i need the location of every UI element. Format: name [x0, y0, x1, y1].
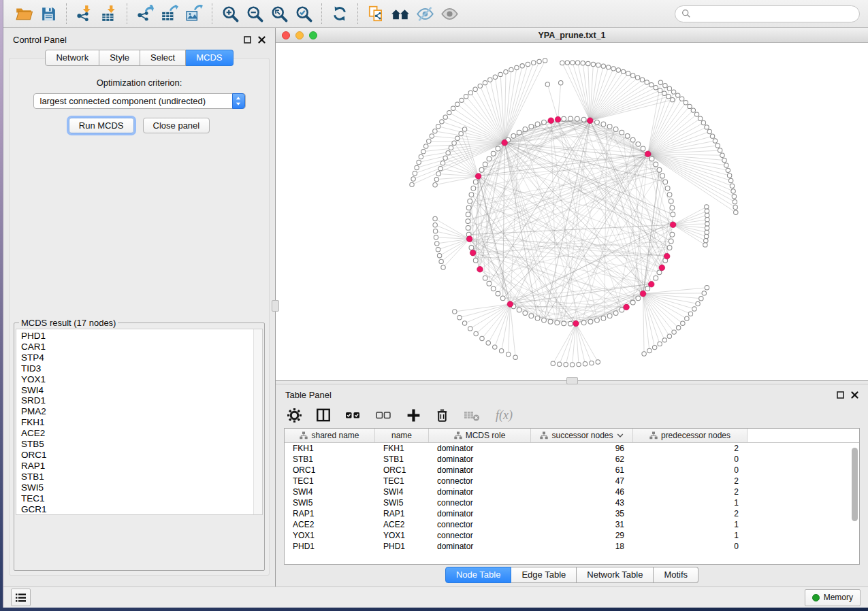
tab-style[interactable]: Style — [99, 50, 140, 66]
refresh-button[interactable] — [327, 3, 352, 24]
table-row[interactable]: PHD1PHD1dominator180 — [285, 541, 859, 552]
result-node[interactable]: YOX1 — [21, 374, 253, 385]
result-node[interactable]: SRD1 — [21, 395, 253, 406]
export-table-button[interactable] — [157, 3, 182, 24]
memory-button[interactable]: Memory — [805, 589, 861, 606]
save-icon — [40, 5, 57, 22]
zoom-out-icon — [246, 5, 264, 23]
table-row[interactable]: TEC1TEC1connector472 — [285, 476, 859, 486]
result-node[interactable]: TID3 — [21, 363, 253, 374]
export-network-icon — [136, 5, 154, 22]
tab-network[interactable]: Network — [45, 50, 99, 66]
optimization-criterion-select[interactable]: largest connected component (undirected) — [33, 93, 246, 109]
search-icon — [681, 9, 691, 18]
table-row[interactable]: RAP1RAP1dominator352 — [285, 508, 859, 519]
deselect-all-button[interactable] — [375, 408, 393, 423]
float-panel-button[interactable] — [244, 36, 251, 44]
toolbar-separator — [127, 3, 127, 24]
svg-text:f(x): f(x) — [496, 408, 513, 423]
result-node[interactable]: STB5 — [21, 439, 253, 450]
horizontal-splitter[interactable] — [276, 380, 868, 384]
result-node[interactable]: CAR1 — [21, 342, 253, 352]
export-image-button[interactable] — [182, 3, 206, 24]
zoom-selected-button[interactable] — [291, 3, 316, 24]
table-row[interactable]: SWI4SWI4dominator462 — [285, 486, 859, 497]
result-list-scrollbar[interactable] — [253, 329, 262, 514]
tab-mcds[interactable]: MCDS — [186, 50, 233, 66]
table-row[interactable]: FKH1FKH1dominator962 — [285, 443, 859, 454]
column-header-MCDS-role[interactable]: MCDS role — [429, 429, 531, 442]
result-node[interactable]: FKH1 — [21, 417, 253, 428]
add-column-button[interactable] — [406, 408, 421, 423]
result-node[interactable]: STP4 — [21, 352, 253, 363]
close-panel-button[interactable] — [258, 36, 266, 44]
result-node[interactable]: TEC1 — [21, 493, 253, 504]
first-neighbors-button[interactable] — [388, 3, 413, 24]
tab-select[interactable]: Select — [140, 50, 186, 66]
window-zoom-button[interactable] — [309, 31, 317, 39]
result-node[interactable]: PMA2 — [21, 406, 253, 417]
search-input[interactable] — [695, 9, 853, 18]
run-mcds-button[interactable]: Run MCDS — [69, 118, 134, 133]
close-table-panel-button[interactable] — [851, 391, 858, 399]
open-button[interactable] — [12, 3, 36, 24]
zoom-fit-button[interactable] — [267, 3, 291, 24]
table-row[interactable]: YOX1YOX1connector291 — [285, 530, 859, 541]
zoom-in-button[interactable] — [218, 3, 242, 24]
column-header-name[interactable]: name — [375, 429, 429, 442]
import-table-button[interactable] — [97, 3, 121, 24]
table-settings-button[interactable] — [287, 408, 302, 423]
column-header-shared-name[interactable]: shared name — [285, 429, 375, 442]
delete-table-button[interactable] — [463, 408, 481, 423]
sort-descending-icon — [617, 433, 624, 438]
result-node[interactable]: ORC1 — [21, 450, 253, 461]
select-all-button[interactable] — [344, 408, 362, 423]
application-window: Control Panel NetworkStyleSelectMCDS Opt… — [3, 0, 868, 608]
optimization-criterion-value: largest connected component (undirected) — [40, 96, 206, 106]
column-header-successor-nodes[interactable]: successor nodes — [531, 429, 633, 442]
mcds-tab-content: Optimization criterion: largest connecte… — [9, 58, 270, 576]
tab-edge-table[interactable]: Edge Table — [511, 567, 577, 583]
tab-motifs[interactable]: Motifs — [654, 567, 698, 583]
save-button[interactable] — [36, 3, 61, 24]
duplicate-network-button[interactable] — [364, 3, 388, 24]
toolbar-separator — [66, 3, 67, 24]
window-minimize-button[interactable] — [295, 31, 304, 39]
toolbar-separator — [212, 3, 212, 24]
table-scrollbar[interactable] — [852, 448, 858, 521]
vertical-splitter-handle[interactable] — [272, 300, 279, 312]
result-node[interactable]: SWI5 — [21, 482, 253, 493]
zoom-out-button[interactable] — [242, 3, 267, 24]
result-node[interactable]: GCR1 — [21, 504, 253, 515]
hide-selected-button[interactable] — [413, 3, 437, 24]
mcds-result-group: MCDS result (17 nodes) PHD1CAR1STP4TID3Y… — [14, 318, 265, 571]
result-node[interactable]: STB1 — [21, 472, 253, 482]
control-panel: Control Panel NetworkStyleSelectMCDS Opt… — [3, 28, 276, 587]
show-all-button[interactable] — [437, 3, 462, 24]
result-node[interactable]: RAP1 — [21, 461, 253, 472]
table-row[interactable]: STB1STB1dominator620 — [285, 454, 859, 465]
column-type-icon — [540, 431, 548, 440]
result-node[interactable]: ACE2 — [21, 428, 253, 439]
column-header-predecessor-nodes[interactable]: predecessor nodes — [633, 429, 748, 442]
window-close-button[interactable] — [282, 31, 290, 39]
function-builder-button[interactable]: f(x) — [494, 407, 520, 423]
import-network-button[interactable] — [72, 3, 97, 24]
task-history-button[interactable] — [11, 589, 31, 606]
table-panel-title: Table Panel — [285, 390, 332, 400]
tab-network-table[interactable]: Network Table — [577, 567, 654, 583]
close-panel-button-mcds[interactable]: Close panel — [143, 118, 210, 133]
result-node[interactable]: PHD1 — [21, 331, 253, 342]
table-row[interactable]: ORC1ORC1dominator610 — [285, 465, 859, 476]
float-table-panel-button[interactable] — [837, 391, 844, 399]
result-node[interactable]: SWI4 — [21, 385, 253, 396]
table-row[interactable]: SWI5SWI5connector431 — [285, 497, 859, 508]
control-panel-title: Control Panel — [13, 35, 67, 45]
delete-column-button[interactable] — [434, 408, 450, 423]
horizontal-splitter-handle[interactable] — [566, 377, 578, 384]
tab-node-table[interactable]: Node Table — [445, 567, 512, 583]
export-network-button[interactable] — [133, 3, 157, 24]
split-view-button[interactable] — [315, 407, 332, 423]
table-row[interactable]: ACE2ACE2connector311 — [285, 519, 859, 530]
network-canvas[interactable] — [276, 43, 868, 380]
